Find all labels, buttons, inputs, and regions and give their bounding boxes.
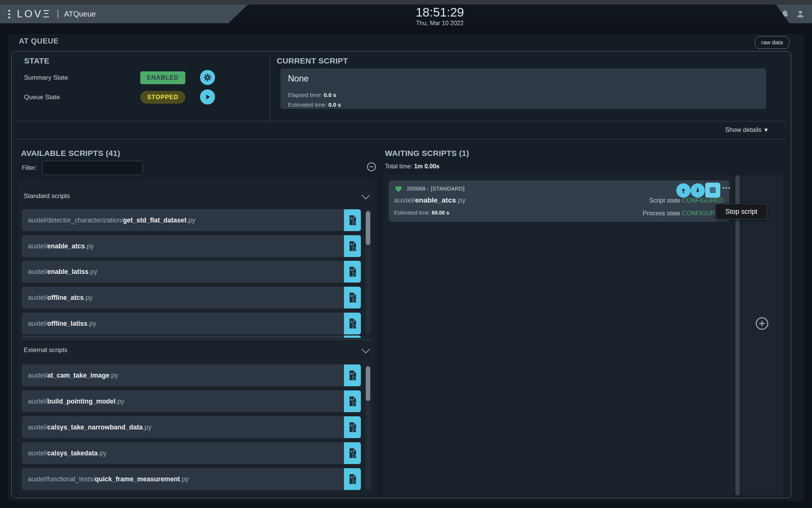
- script-row: auxtel/calsys_take_narrowband_data.py: [22, 416, 361, 438]
- page-title: AT QUEUE: [19, 37, 59, 45]
- script-id-line: 200068 - [STANDARD]: [407, 186, 465, 192]
- estimated-time-value: 60.00 s: [432, 210, 449, 216]
- clock: 18:51:29 Thu, Mar 10 2022: [416, 5, 464, 27]
- waiting-scripts-scrollbar[interactable]: [735, 175, 740, 496]
- script-launch-icon: [346, 447, 359, 460]
- current-script-card: None Elapsed time: 0.0 s Estimated time:…: [280, 68, 766, 109]
- external-scripts-scrollbar: [365, 364, 371, 490]
- script-path: auxtel/calsys_takedata.py: [28, 442, 106, 464]
- filter-input[interactable]: [42, 161, 143, 175]
- total-time-line: Total time: 1m 0.00s: [385, 163, 439, 170]
- stop-script-tooltip: Stop script: [715, 204, 767, 219]
- add-script-button[interactable]: [344, 209, 361, 231]
- add-script-button[interactable]: [344, 287, 361, 308]
- move-script-up-button[interactable]: [676, 183, 691, 198]
- expand-plus-icon[interactable]: [754, 316, 770, 331]
- script-launch-icon: [346, 214, 359, 227]
- estimated-time-label: Estimated time:: [394, 210, 430, 216]
- add-script-button[interactable]: [344, 261, 361, 283]
- waiting-script-path: auxtel/enable_atcs.py: [394, 196, 465, 204]
- available-scripts-heading: AVAILABLE SCRIPTS (41): [21, 149, 120, 158]
- add-script-button[interactable]: [344, 235, 361, 257]
- elapsed-time-line: Elapsed time: 0.0 s: [288, 92, 336, 98]
- script-state-value: CONFIGURED: [682, 197, 724, 204]
- process-state-line: Process state CONFIGURED: [601, 210, 724, 217]
- collapse-minus-icon[interactable]: [366, 162, 377, 172]
- script-path: auxtel/enable_latiss.py: [28, 261, 97, 283]
- external-scripts-group-header[interactable]: External scripts: [24, 346, 67, 354]
- move-script-down-button[interactable]: [691, 183, 705, 198]
- script-launch-icon: [346, 240, 359, 252]
- app-title: ATQueue: [64, 10, 96, 18]
- standard-scripts-group-header[interactable]: Standard scripts: [24, 192, 70, 200]
- summary-state-settings-button[interactable]: [200, 70, 215, 85]
- arrow-up-icon: [679, 186, 688, 195]
- more-options-ellipsis-icon[interactable]: [723, 187, 730, 189]
- estimated-time-label: Estimated time:: [288, 101, 327, 108]
- id-separator: -: [427, 186, 429, 192]
- script-state-line: Script state CONFIGURED: [601, 197, 724, 204]
- waiting-estimated-time: Estimated time: 60.00 s: [394, 210, 449, 216]
- script-path: auxtel/offline_atcs.py: [28, 287, 92, 308]
- heartbeat-heart-icon: [394, 184, 403, 193]
- window-top-strip: [0, 0, 812, 5]
- finished-scripts-collapsed-column: [741, 175, 783, 496]
- user-account-icon[interactable]: [795, 9, 805, 19]
- queue-state-label: Queue State: [24, 91, 60, 104]
- script-row: auxtel/enable_latiss.py: [22, 261, 361, 283]
- state-heading: STATE: [24, 56, 49, 65]
- clock-time: 18:51:29: [416, 5, 464, 20]
- process-state-label: Process state: [643, 210, 680, 216]
- group-divider: [21, 339, 371, 340]
- current-script-name: None: [288, 74, 309, 84]
- script-row-partially-scrolled: [22, 336, 361, 338]
- script-path: auxtel/build_pointing_model.py: [28, 390, 124, 412]
- stop-square-icon: [710, 187, 716, 193]
- elapsed-time-label: Elapsed time:: [288, 92, 322, 98]
- logo-separator: [58, 10, 58, 18]
- waiting-scripts-heading: WAITING SCRIPTS (1): [385, 149, 469, 158]
- summary-state-badge: ENABLED: [140, 71, 185, 84]
- script-row: auxtel/offline_atcs.py: [22, 287, 361, 308]
- clock-date: Thu, Mar 10 2022: [416, 20, 464, 27]
- standard-scripts-scrollbar: [365, 209, 371, 334]
- add-script-button[interactable]: [344, 416, 361, 438]
- script-path: auxtel/functional_tests/quick_frame_meas…: [28, 468, 189, 490]
- stop-script-button[interactable]: [705, 183, 720, 198]
- chevron-down-triangle-icon: ▼: [763, 127, 769, 133]
- estimated-time-line: Estimated time: 0.0 s: [288, 101, 341, 108]
- add-script-button[interactable]: [344, 468, 361, 490]
- elapsed-time-value: 0.0 s: [324, 92, 336, 98]
- queue-state-badge: STOPPED: [140, 91, 185, 104]
- add-script-button[interactable]: [344, 442, 361, 464]
- script-launch-icon: [346, 395, 359, 408]
- script-row: auxtel/detector_characterization/get_std…: [22, 209, 361, 231]
- scrollbar-thumb[interactable]: [366, 366, 370, 401]
- chevron-down-icon: [361, 348, 371, 354]
- waiting-scripts-container: [383, 175, 734, 496]
- script-state-label: Script state: [649, 197, 680, 204]
- current-script-heading: CURRENT SCRIPT: [277, 56, 348, 65]
- arrow-down-icon: [693, 186, 703, 195]
- total-time-label: Total time:: [385, 163, 412, 169]
- script-row: auxtel/at_cam_take_image.py: [22, 364, 361, 386]
- queue-play-button[interactable]: [200, 89, 215, 104]
- add-script-button[interactable]: [344, 313, 361, 334]
- state-current-divider: [270, 54, 270, 122]
- add-script-button[interactable]: [344, 364, 361, 386]
- header-left-tab: LOVΞ ATQueue: [0, 5, 248, 23]
- script-launch-icon: [346, 421, 359, 434]
- script-path: auxtel/at_cam_take_image.py: [28, 364, 118, 386]
- menu-kebab-icon[interactable]: [8, 10, 11, 18]
- script-path: auxtel/detector_characterization/get_std…: [28, 209, 195, 231]
- show-details-label: Show details: [725, 126, 761, 133]
- script-launch-icon: [346, 291, 359, 304]
- waiting-script-card: 200068 - [STANDARD] auxtel/enable_atcs.p…: [389, 180, 729, 222]
- script-launch-icon: [346, 369, 359, 382]
- header-section-divider: [17, 121, 786, 121]
- script-row: auxtel/enable_atcs.py: [22, 235, 361, 257]
- scrollbar-thumb[interactable]: [366, 211, 370, 245]
- show-details-toggle[interactable]: Show details ▼: [677, 126, 769, 134]
- raw-data-button[interactable]: raw data: [755, 36, 789, 49]
- add-script-button[interactable]: [344, 390, 361, 412]
